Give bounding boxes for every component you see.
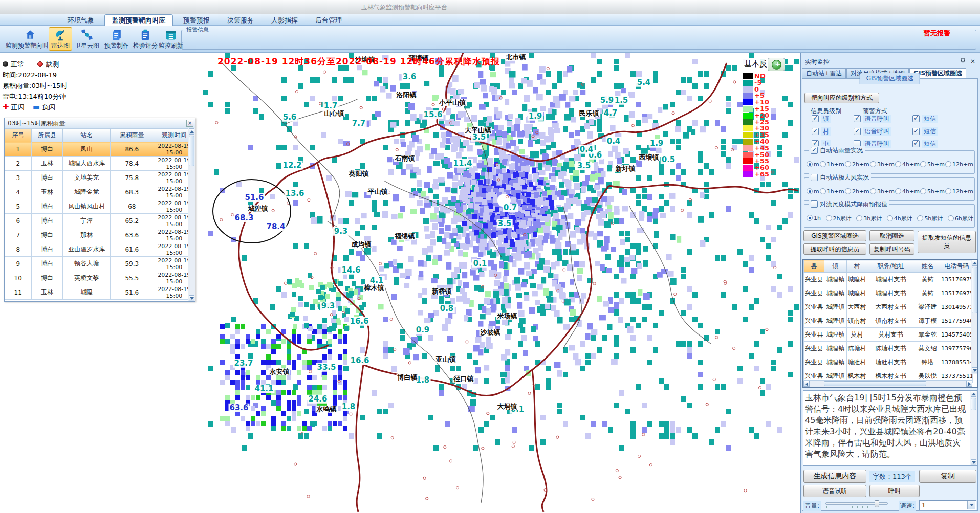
checkbox-icon[interactable] bbox=[854, 128, 861, 135]
table-row[interactable]: 10博白英桥文黎55.52022-08-19 15:00 bbox=[5, 271, 195, 285]
copy-call-numbers-button[interactable]: 复制呼叫号码 bbox=[869, 243, 914, 255]
group-legend[interactable]: 对流尺度模式降雨预报值 bbox=[809, 200, 889, 209]
zoom-plus-button[interactable] bbox=[768, 58, 785, 71]
radio-icon[interactable] bbox=[820, 161, 826, 167]
radio-option[interactable]: 2h+m bbox=[845, 161, 869, 168]
gis-select-button[interactable]: GIS预警区域圈选 bbox=[803, 230, 866, 241]
volume-slider[interactable] bbox=[825, 500, 888, 508]
tool-button-refresh-calendar[interactable]: 监控刷新 bbox=[156, 27, 186, 51]
menu-tab[interactable]: 环境气象 bbox=[60, 15, 101, 26]
checkbox-icon[interactable] bbox=[811, 147, 818, 154]
table-row[interactable]: 8博白亚山温罗水库61.62022-08-19 15:00 bbox=[5, 242, 195, 257]
call-level-mode-button[interactable]: 靶向叫应的级别和方式 bbox=[804, 93, 879, 103]
scroll-up-icon[interactable] bbox=[189, 128, 194, 135]
contacts-hscrollbar[interactable] bbox=[803, 380, 972, 387]
tool-button-warning-doc[interactable]: 预警制作 bbox=[102, 27, 132, 51]
pin-icon[interactable] bbox=[959, 58, 967, 65]
radio-icon[interactable] bbox=[917, 215, 923, 221]
rain-col-header[interactable]: 所属县 bbox=[31, 129, 63, 142]
close-icon[interactable]: × bbox=[969, 58, 977, 65]
extract-call-informer-button[interactable]: 提取呼叫的信息员 bbox=[803, 243, 866, 255]
radio-icon[interactable] bbox=[820, 188, 826, 194]
contact-row[interactable]: 兴业县城隍镇陈塘村陈塘村支书莫文绍139775796 bbox=[804, 342, 973, 355]
checkbox-icon[interactable] bbox=[912, 140, 920, 147]
radio-icon[interactable] bbox=[920, 188, 926, 194]
radio-icon[interactable] bbox=[845, 188, 851, 194]
radio-option[interactable]: 2h+m bbox=[845, 188, 869, 195]
radio-option[interactable]: 12h+m bbox=[945, 161, 973, 168]
table-row[interactable]: 3博白文地姜充75.82022-08-19 15:00 bbox=[5, 171, 195, 185]
radio-icon[interactable] bbox=[807, 188, 813, 194]
group-legend[interactable]: 自动站雨量实况 bbox=[809, 146, 865, 155]
checkbox-icon[interactable] bbox=[912, 128, 920, 135]
radio-option[interactable]: 12h+m bbox=[945, 188, 973, 195]
radio-option[interactable]: 5h+m bbox=[920, 161, 945, 168]
chevron-down-icon[interactable] bbox=[967, 501, 975, 509]
scroll-down-icon[interactable] bbox=[972, 367, 977, 373]
radio-icon[interactable] bbox=[920, 161, 926, 167]
contact-row[interactable]: 兴业县城隍镇镇南村镇南村支书谭于模151775946 bbox=[804, 314, 973, 328]
rain-table-titlebar[interactable]: 03时~15时累积雨量 × bbox=[5, 118, 195, 128]
scroll-thumb[interactable] bbox=[189, 136, 194, 166]
contacts-col-header[interactable]: 县 bbox=[804, 260, 824, 273]
radio-icon[interactable] bbox=[945, 161, 951, 167]
radio-option[interactable]: 3h累计 bbox=[856, 215, 882, 222]
menu-tab[interactable]: 决策服务 bbox=[220, 15, 261, 26]
level-checkbox-item[interactable]: 短信 bbox=[912, 127, 938, 137]
radio-icon[interactable] bbox=[807, 215, 813, 221]
rain-col-header[interactable]: 累积雨量 bbox=[111, 129, 154, 142]
scroll-thumb[interactable] bbox=[824, 381, 926, 386]
menu-tab[interactable]: 人影指挥 bbox=[264, 15, 305, 26]
checkbox-icon[interactable] bbox=[811, 174, 818, 181]
scroll-up-icon[interactable] bbox=[971, 391, 976, 397]
contacts-vscrollbar[interactable] bbox=[971, 260, 977, 374]
rain-col-header[interactable]: 站名 bbox=[63, 129, 111, 142]
checkbox-icon[interactable] bbox=[912, 115, 920, 122]
message-scrollbar[interactable] bbox=[970, 391, 977, 465]
level-checkbox-item[interactable]: 语音呼叫 bbox=[854, 127, 891, 137]
tool-button-satellite[interactable]: 卫星云图 bbox=[72, 27, 102, 51]
menu-tab[interactable]: 预警预报 bbox=[176, 15, 217, 26]
radio-icon[interactable] bbox=[948, 215, 954, 221]
radio-icon[interactable] bbox=[945, 188, 951, 194]
radio-option[interactable]: 1h bbox=[807, 215, 821, 222]
checkbox-icon[interactable] bbox=[811, 200, 818, 208]
menu-tab[interactable]: 后台管理 bbox=[308, 15, 349, 26]
radio-icon[interactable] bbox=[895, 161, 901, 167]
contacts-col-header[interactable]: 电话号码 bbox=[941, 260, 973, 273]
scroll-down-icon[interactable] bbox=[189, 295, 194, 301]
level-checkbox-item[interactable]: 短信 bbox=[912, 115, 938, 124]
contact-row[interactable]: 兴业县城隍镇塘肚村塘肚村支书钟塔137885534 bbox=[804, 355, 973, 369]
radio-option[interactable]: 4h+m bbox=[895, 188, 920, 195]
scroll-thumb[interactable] bbox=[971, 398, 976, 410]
group-legend[interactable]: 自动站极大风实况 bbox=[809, 173, 871, 182]
radio-icon[interactable] bbox=[887, 215, 893, 221]
scroll-down-icon[interactable] bbox=[971, 459, 976, 465]
checkbox-icon[interactable] bbox=[854, 115, 861, 122]
radio-option[interactable]: 5h+m bbox=[920, 188, 945, 195]
radio-option[interactable]: 3h+m bbox=[870, 188, 895, 195]
radio-option[interactable]: 3h+m bbox=[870, 161, 895, 168]
radio-option[interactable]: 6h累计 bbox=[948, 215, 973, 222]
cancel-select-button[interactable]: 取消圈选 bbox=[869, 230, 914, 241]
table-row[interactable]: 4玉林城隍金党68.32022-08-19 15:00 bbox=[5, 185, 195, 199]
radio-option[interactable]: 4h累计 bbox=[887, 215, 912, 222]
level-checkbox-item[interactable]: 镇 bbox=[812, 115, 831, 124]
radar-map[interactable]: 2022-08-19 12时36分至2022-08-19 12时46分累积降水预… bbox=[0, 53, 800, 513]
close-icon[interactable]: × bbox=[186, 120, 193, 127]
radio-option[interactable]: m bbox=[807, 188, 819, 195]
contact-row[interactable]: 兴业县城隍镇莫村莫村支书覃金乾134575405 bbox=[804, 328, 973, 342]
radio-icon[interactable] bbox=[870, 161, 876, 167]
contacts-col-header[interactable]: 姓名 bbox=[914, 260, 941, 273]
scroll-right-icon[interactable] bbox=[966, 381, 972, 387]
radio-option[interactable]: m bbox=[807, 161, 819, 168]
rain-table-scrollbar[interactable] bbox=[188, 128, 195, 301]
contacts-col-header[interactable]: 职务/地址 bbox=[867, 260, 914, 273]
radio-option[interactable]: 5h累计 bbox=[917, 215, 943, 222]
table-row[interactable]: 11玉林城隍51.62022-08-19 15:00 bbox=[5, 285, 195, 300]
level-checkbox-item[interactable]: 村 bbox=[812, 127, 831, 137]
table-row[interactable]: 1博白凤山86.62022-08-19 15:00 bbox=[5, 142, 195, 157]
slider-thumb[interactable] bbox=[875, 500, 879, 507]
checkbox-icon[interactable] bbox=[812, 115, 819, 122]
generate-message-button[interactable]: 生成信息内容 bbox=[803, 470, 866, 483]
